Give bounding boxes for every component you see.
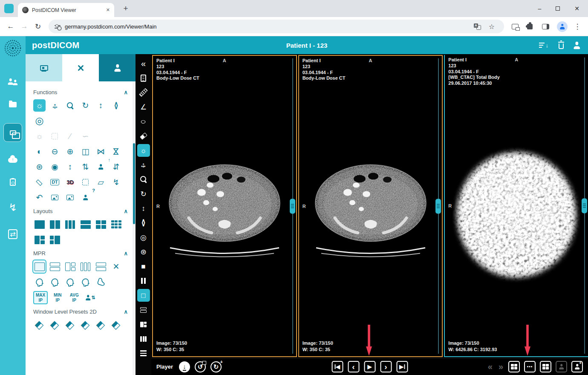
- flip-vertical-tool[interactable]: ⋈: [110, 145, 122, 158]
- delete-button[interactable]: [559, 41, 564, 49]
- collapse-functions-icon[interactable]: ∧: [124, 89, 128, 95]
- compare-tool[interactable]: ◫: [79, 145, 92, 158]
- viewport-scroll-handle[interactable]: [582, 198, 587, 213]
- undo-tool[interactable]: ↶: [33, 191, 46, 204]
- layout-3x3-button[interactable]: [110, 218, 122, 231]
- layout-3col-button[interactable]: [64, 218, 76, 231]
- address-bar[interactable]: germany.postdicom.com/Viewer/Main A ☆: [49, 20, 504, 33]
- expand-vertical-tool[interactable]: ↕: [64, 161, 76, 173]
- freehand-tool[interactable]: ∽: [79, 130, 92, 142]
- sort-images-tool[interactable]: ⇵: [110, 161, 122, 173]
- collapse-layouts-icon[interactable]: ∧: [124, 208, 128, 214]
- sync-series-tool[interactable]: ◉: [49, 161, 61, 173]
- viewport-2[interactable]: Patient I 123 03.04.1944 - F Body-Low Do…: [298, 55, 443, 357]
- sidebar-folders-icon[interactable]: [9, 102, 17, 107]
- extensions-icon[interactable]: [527, 24, 533, 29]
- roi-rect-tool[interactable]: [79, 176, 92, 188]
- wl-preset-6[interactable]: ◧: [110, 319, 122, 331]
- measure-tag-tool[interactable]: ▭: [33, 176, 46, 188]
- reset-view-button[interactable]: ↺: [195, 361, 206, 372]
- mpr-oblique-button[interactable]: ✕: [110, 260, 122, 273]
- ellipse-tool[interactable]: ○: [137, 115, 150, 128]
- mpr-head-sagittal-button[interactable]: [33, 276, 46, 288]
- mpr-head-oblique-button[interactable]: [79, 276, 92, 288]
- wl-preset-5[interactable]: ◧: [95, 319, 107, 331]
- panel-scrollbar[interactable]: [133, 81, 135, 375]
- last-image-button[interactable]: ▶: [396, 361, 408, 372]
- new-tab-button[interactable]: +: [120, 3, 131, 14]
- dt-tool[interactable]: DT: [49, 176, 61, 188]
- rotate-tool[interactable]: ↻: [79, 99, 92, 112]
- pan-tool[interactable]: ↔↕: [49, 99, 61, 112]
- collapse-panel-button[interactable]: «: [137, 57, 150, 70]
- screen-capture-icon[interactable]: [512, 24, 519, 29]
- mpr-axial-button[interactable]: [33, 260, 46, 273]
- minimize-button[interactable]: –: [538, 5, 541, 12]
- wl-preset-3[interactable]: ◧: [64, 319, 76, 331]
- tab-viewer-settings[interactable]: [26, 54, 62, 81]
- pause-tool[interactable]: [137, 274, 150, 287]
- mpr-orientation-button[interactable]: ⇅: [84, 291, 96, 304]
- next-series-button[interactable]: »: [498, 362, 504, 372]
- report-tool[interactable]: [137, 72, 150, 84]
- invert-tool[interactable]: ◐: [33, 145, 46, 158]
- zoom-tool[interactable]: [137, 173, 150, 186]
- scroll-tool[interactable]: ↕: [137, 202, 150, 215]
- angle-tool[interactable]: ∠: [137, 101, 150, 113]
- tab-patient-info[interactable]: [99, 54, 135, 81]
- layout-2col-button[interactable]: [49, 218, 61, 231]
- fill-viewport-tool[interactable]: ■: [137, 260, 150, 273]
- more-options-button[interactable]: •••: [524, 361, 536, 372]
- zoom-in-tool[interactable]: ⊕: [64, 145, 76, 158]
- layout-2x2-button[interactable]: [95, 218, 107, 231]
- previous-series-button[interactable]: «: [487, 362, 493, 372]
- browser-menu-icon[interactable]: ⋮: [571, 20, 584, 33]
- window-level-tool-active[interactable]: ☼: [137, 144, 150, 157]
- close-button[interactable]: ✕: [574, 5, 579, 12]
- previous-image-button[interactable]: ‹: [348, 361, 359, 372]
- bookmark-star-icon[interactable]: ☆: [485, 20, 498, 33]
- wl-preset-1[interactable]: ◧: [33, 319, 46, 331]
- probe-tool[interactable]: ∕: [64, 130, 76, 142]
- mpr-3col-button[interactable]: [79, 260, 92, 273]
- browser-tab[interactable]: PostDICOM Viewer ✕: [18, 3, 114, 17]
- tab-close-icon[interactable]: ✕: [106, 7, 110, 13]
- eraser-tool[interactable]: [137, 130, 150, 142]
- stack-tool[interactable]: ∧∨: [137, 216, 150, 229]
- sidebar-transfer-icon[interactable]: ↯: [9, 202, 17, 213]
- image-history-tool[interactable]: [49, 191, 61, 204]
- collaboration-button-disabled[interactable]: [556, 361, 567, 372]
- mpr-1-2-button[interactable]: [64, 260, 76, 273]
- add-user-button[interactable]: +: [571, 361, 583, 372]
- maximize-button[interactable]: [556, 6, 560, 11]
- site-settings-icon[interactable]: [55, 24, 61, 29]
- wl-region-tool[interactable]: ☼: [33, 130, 46, 142]
- dynamic-tool[interactable]: ↯: [110, 176, 122, 188]
- tab-tools-active[interactable]: [62, 54, 99, 81]
- stack-tool[interactable]: ∧∨: [110, 99, 122, 112]
- flip-horizontal-tool[interactable]: ⋈: [95, 145, 107, 158]
- window-level-tool[interactable]: ☼: [33, 99, 46, 112]
- sidebar-worklist-icon[interactable]: [10, 179, 16, 186]
- ruler-tool[interactable]: [137, 86, 150, 99]
- add-viewport-right-button[interactable]: [540, 361, 551, 372]
- mpr-2row-button[interactable]: [49, 260, 61, 273]
- pan-tool[interactable]: ↔↕: [137, 159, 150, 171]
- export-image-button[interactable]: ↓: [179, 361, 190, 372]
- account-button[interactable]: [574, 43, 579, 48]
- zoom-tool[interactable]: [64, 99, 76, 112]
- crosshair-tool[interactable]: ◎: [137, 231, 150, 244]
- refresh-series-button[interactable]: ↻: [210, 361, 222, 372]
- wl-preset-4[interactable]: ◧: [79, 319, 92, 331]
- play-button[interactable]: ▶: [364, 361, 375, 372]
- viewport-1[interactable]: Patient I 123 03.04.1944 - F Body-Low Do…: [152, 55, 297, 357]
- layout-1-2-button[interactable]: [137, 318, 150, 331]
- next-image-button[interactable]: ›: [380, 361, 392, 372]
- sidebar-patients-icon[interactable]: [8, 79, 18, 86]
- first-image-button[interactable]: ◀: [331, 361, 343, 372]
- sidebar-studies-icon-active[interactable]: [3, 123, 22, 142]
- sidebar-sync-icon[interactable]: ⇄: [8, 229, 17, 239]
- collapse-wl-presets-icon[interactable]: ∧: [124, 309, 128, 315]
- sync-tool[interactable]: ⊛: [137, 245, 150, 258]
- mpr-min-ip-button[interactable]: MIN IP: [51, 292, 64, 303]
